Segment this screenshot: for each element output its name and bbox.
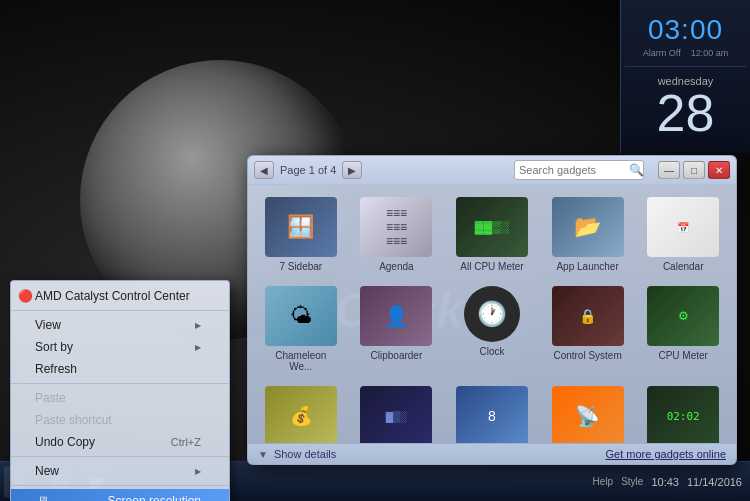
gadget-thumb-sidebar7: 🪟: [265, 197, 337, 257]
gadget-item-agenda[interactable]: ≡≡≡≡≡≡≡≡≡ Agenda: [352, 193, 442, 276]
gadget-label-clock: Clock: [479, 346, 504, 357]
close-button[interactable]: ✕: [708, 161, 730, 179]
gadget-thumb-clock: 🕐: [464, 286, 520, 342]
gadget-thumb-calendar: 📅: [647, 197, 719, 257]
gadget-item-applauncher[interactable]: 📂 App Launcher: [543, 193, 633, 276]
gadget-item-customcal[interactable]: 8 Custom Calendar: [447, 382, 537, 443]
context-menu-item-screenresolution[interactable]: 🖥 Screen resolution: [11, 489, 229, 501]
sidebar-widget: 03:00 Alarm Off 12:00 am wednesday 28: [620, 0, 750, 153]
gadget-item-cpumeter[interactable]: ⚙ CPU Meter: [638, 282, 728, 376]
gadget-thumb-applauncher: 📂: [552, 197, 624, 257]
next-page-button[interactable]: ▶: [342, 161, 362, 179]
gadget-label-cpumeter: CPU Meter: [658, 350, 707, 361]
gadget-thumb-clipboarder: 👤: [360, 286, 432, 346]
gadget-label-sidebar7: 7 Sidebar: [279, 261, 322, 272]
prev-page-button[interactable]: ◀: [254, 161, 274, 179]
search-box[interactable]: 🔍: [514, 160, 644, 180]
clock-time: 03:00: [629, 14, 742, 46]
gadget-label-controlsystem: Control System: [553, 350, 621, 361]
date-label: 28: [629, 87, 742, 139]
context-menu-item-pasteshortcut: Paste shortcut: [11, 409, 229, 431]
context-menu-item-undocopy[interactable]: Undo Copy Ctrl+Z: [11, 431, 229, 453]
search-icon: 🔍: [629, 163, 644, 177]
gadget-label-allcpumeter: All CPU Meter: [460, 261, 523, 272]
desktop: Clack 🔴 AMD Catalyst Control Center View…: [0, 0, 750, 501]
taskbar-time: 10:43: [651, 476, 679, 488]
page-info: Page 1 of 4: [280, 164, 336, 176]
separator: [11, 383, 229, 384]
separator: [11, 456, 229, 457]
gadget-item-deskfeed[interactable]: 📡 Desktop Feed R...: [543, 382, 633, 443]
gadget-item-chameleon[interactable]: 🌤 Chameleon We...: [256, 282, 346, 376]
gadget-label-applauncher: App Launcher: [556, 261, 618, 272]
gadget-thumb-allcpumeter: ▓▓▒░: [456, 197, 528, 257]
screenres-icon: 🖥: [35, 493, 51, 501]
gadget-thumb-chameleon: 🌤: [265, 286, 337, 346]
taskbar-style-label: Style: [621, 476, 643, 487]
clock-widget: 03:00 Alarm Off 12:00 am: [625, 6, 746, 67]
gadget-label-clipboarder: Clipboarder: [371, 350, 423, 361]
gadget-thumb-digiclock: 02:02: [647, 386, 719, 443]
gadgets-panel: ◀ Page 1 of 4 ▶ 🔍 — □ ✕ 🪟 7 Sidebar: [247, 155, 737, 465]
chevron-down-icon: ▼: [258, 449, 268, 460]
separator: [11, 310, 229, 311]
context-menu-item-sortby[interactable]: Sort by: [11, 336, 229, 358]
maximize-button[interactable]: □: [683, 161, 705, 179]
search-input[interactable]: [519, 164, 629, 176]
taskbar-date: 11/14/2016: [687, 476, 742, 488]
taskbar-right: Help Style 10:43 11/14/2016: [593, 476, 750, 488]
gadgets-footer: ▼ Show details Get more gadgets online: [248, 443, 736, 464]
gadget-thumb-agenda: ≡≡≡≡≡≡≡≡≡: [360, 197, 432, 257]
calendar-widget: wednesday 28: [625, 67, 746, 147]
gadget-thumb-currency: 💰: [265, 386, 337, 443]
context-menu-item-paste: Paste: [11, 387, 229, 409]
context-menu-item-view[interactable]: View: [11, 314, 229, 336]
gadget-thumb-customcal: 8: [456, 386, 528, 443]
get-more-gadgets-link[interactable]: Get more gadgets online: [606, 448, 726, 460]
gadget-item-currencymeter[interactable]: ▓▒░ Currency Meter: [352, 382, 442, 443]
taskbar-help-label: Help: [593, 476, 614, 487]
gadget-item-calendar[interactable]: 📅 Calendar: [638, 193, 728, 276]
context-menu-item-amd[interactable]: 🔴 AMD Catalyst Control Center: [11, 285, 229, 307]
minimize-button[interactable]: —: [658, 161, 680, 179]
window-controls: — □ ✕: [658, 161, 730, 179]
gadget-thumb-currencymeter: ▓▒░: [360, 386, 432, 443]
gadgets-grid: 🪟 7 Sidebar ≡≡≡≡≡≡≡≡≡ Agenda ▓▓▒░ All CP…: [248, 185, 736, 443]
gadget-item-clock[interactable]: 🕐 Clock: [447, 282, 537, 376]
context-menu: 🔴 AMD Catalyst Control Center View Sort …: [10, 280, 230, 501]
alarm-off-label: Alarm Off 12:00 am: [629, 48, 742, 58]
gadget-thumb-controlsystem: 🔒: [552, 286, 624, 346]
gadget-thumb-deskfeed: 📡: [552, 386, 624, 443]
gadget-item-allcpumeter[interactable]: ▓▓▒░ All CPU Meter: [447, 193, 537, 276]
gadgets-titlebar: ◀ Page 1 of 4 ▶ 🔍 — □ ✕: [248, 156, 736, 185]
amd-icon: 🔴: [17, 288, 33, 304]
gadget-item-clipboarder[interactable]: 👤 Clipboarder: [352, 282, 442, 376]
gadget-label-calendar: Calendar: [663, 261, 704, 272]
gadget-label-agenda: Agenda: [379, 261, 413, 272]
show-details-button[interactable]: Show details: [274, 448, 336, 460]
gadget-item-digiclock[interactable]: 02:02 Digiclock: [638, 382, 728, 443]
gadget-thumb-cpumeter: ⚙: [647, 286, 719, 346]
gadget-item-currency[interactable]: 💰 Currency: [256, 382, 346, 443]
context-menu-item-refresh[interactable]: Refresh: [11, 358, 229, 380]
gadget-item-controlsystem[interactable]: 🔒 Control System: [543, 282, 633, 376]
context-menu-item-new[interactable]: New: [11, 460, 229, 482]
gadget-item-sidebar7[interactable]: 🪟 7 Sidebar: [256, 193, 346, 276]
gadget-label-chameleon: Chameleon We...: [265, 350, 337, 372]
separator: [11, 485, 229, 486]
